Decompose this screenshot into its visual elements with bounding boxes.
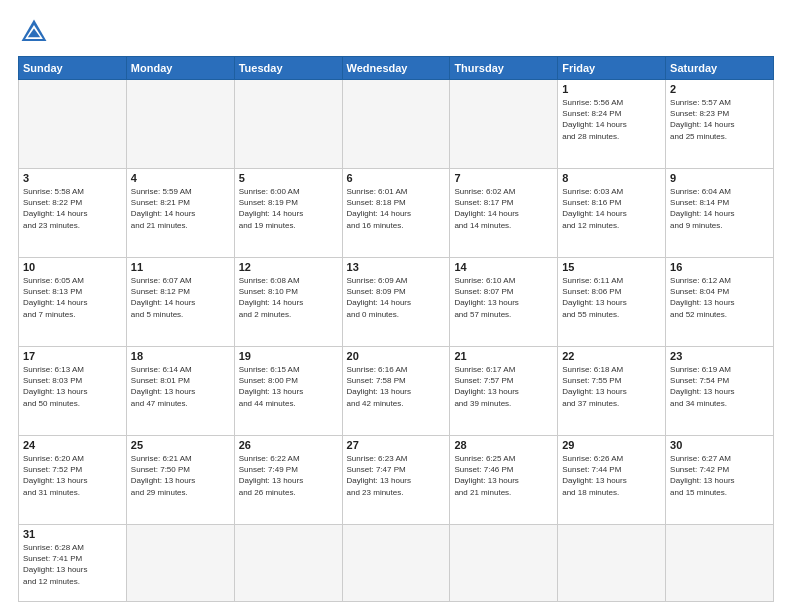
calendar-cell: 4Sunrise: 5:59 AM Sunset: 8:21 PM Daylig… xyxy=(126,169,234,258)
calendar-cell xyxy=(234,80,342,169)
calendar-week-0: 1Sunrise: 5:56 AM Sunset: 8:24 PM Daylig… xyxy=(19,80,774,169)
calendar-cell: 11Sunrise: 6:07 AM Sunset: 8:12 PM Dayli… xyxy=(126,258,234,347)
calendar-cell: 30Sunrise: 6:27 AM Sunset: 7:42 PM Dayli… xyxy=(666,436,774,525)
calendar-cell xyxy=(450,80,558,169)
day-number: 8 xyxy=(562,172,661,184)
day-number: 5 xyxy=(239,172,338,184)
day-info: Sunrise: 6:18 AM Sunset: 7:55 PM Dayligh… xyxy=(562,364,661,409)
calendar-cell: 12Sunrise: 6:08 AM Sunset: 8:10 PM Dayli… xyxy=(234,258,342,347)
day-info: Sunrise: 6:11 AM Sunset: 8:06 PM Dayligh… xyxy=(562,275,661,320)
day-info: Sunrise: 6:07 AM Sunset: 8:12 PM Dayligh… xyxy=(131,275,230,320)
day-info: Sunrise: 6:25 AM Sunset: 7:46 PM Dayligh… xyxy=(454,453,553,498)
day-number: 2 xyxy=(670,83,769,95)
calendar-cell: 13Sunrise: 6:09 AM Sunset: 8:09 PM Dayli… xyxy=(342,258,450,347)
day-info: Sunrise: 6:15 AM Sunset: 8:00 PM Dayligh… xyxy=(239,364,338,409)
logo-icon xyxy=(18,16,50,48)
calendar-cell: 16Sunrise: 6:12 AM Sunset: 8:04 PM Dayli… xyxy=(666,258,774,347)
day-number: 10 xyxy=(23,261,122,273)
day-header-friday: Friday xyxy=(558,57,666,80)
calendar-cell xyxy=(342,80,450,169)
calendar-week-5: 31Sunrise: 6:28 AM Sunset: 7:41 PM Dayli… xyxy=(19,525,774,602)
day-info: Sunrise: 6:12 AM Sunset: 8:04 PM Dayligh… xyxy=(670,275,769,320)
calendar-cell xyxy=(126,80,234,169)
calendar-cell: 6Sunrise: 6:01 AM Sunset: 8:18 PM Daylig… xyxy=(342,169,450,258)
day-number: 16 xyxy=(670,261,769,273)
day-info: Sunrise: 6:19 AM Sunset: 7:54 PM Dayligh… xyxy=(670,364,769,409)
day-number: 20 xyxy=(347,350,446,362)
calendar-week-2: 10Sunrise: 6:05 AM Sunset: 8:13 PM Dayli… xyxy=(19,258,774,347)
day-number: 18 xyxy=(131,350,230,362)
day-info: Sunrise: 5:56 AM Sunset: 8:24 PM Dayligh… xyxy=(562,97,661,142)
calendar-cell: 29Sunrise: 6:26 AM Sunset: 7:44 PM Dayli… xyxy=(558,436,666,525)
day-header-tuesday: Tuesday xyxy=(234,57,342,80)
day-number: 15 xyxy=(562,261,661,273)
day-info: Sunrise: 6:26 AM Sunset: 7:44 PM Dayligh… xyxy=(562,453,661,498)
day-number: 6 xyxy=(347,172,446,184)
day-info: Sunrise: 6:17 AM Sunset: 7:57 PM Dayligh… xyxy=(454,364,553,409)
day-info: Sunrise: 6:10 AM Sunset: 8:07 PM Dayligh… xyxy=(454,275,553,320)
day-number: 31 xyxy=(23,528,122,540)
day-header-monday: Monday xyxy=(126,57,234,80)
day-header-saturday: Saturday xyxy=(666,57,774,80)
day-info: Sunrise: 6:16 AM Sunset: 7:58 PM Dayligh… xyxy=(347,364,446,409)
day-number: 19 xyxy=(239,350,338,362)
day-info: Sunrise: 5:59 AM Sunset: 8:21 PM Dayligh… xyxy=(131,186,230,231)
page: SundayMondayTuesdayWednesdayThursdayFrid… xyxy=(0,0,792,612)
day-number: 24 xyxy=(23,439,122,451)
calendar-cell: 22Sunrise: 6:18 AM Sunset: 7:55 PM Dayli… xyxy=(558,347,666,436)
calendar-cell: 9Sunrise: 6:04 AM Sunset: 8:14 PM Daylig… xyxy=(666,169,774,258)
day-header-thursday: Thursday xyxy=(450,57,558,80)
logo xyxy=(18,16,54,48)
calendar-header-row: SundayMondayTuesdayWednesdayThursdayFrid… xyxy=(19,57,774,80)
calendar-cell: 18Sunrise: 6:14 AM Sunset: 8:01 PM Dayli… xyxy=(126,347,234,436)
calendar-cell xyxy=(558,525,666,602)
calendar-cell: 27Sunrise: 6:23 AM Sunset: 7:47 PM Dayli… xyxy=(342,436,450,525)
day-number: 25 xyxy=(131,439,230,451)
day-info: Sunrise: 6:13 AM Sunset: 8:03 PM Dayligh… xyxy=(23,364,122,409)
calendar-cell: 24Sunrise: 6:20 AM Sunset: 7:52 PM Dayli… xyxy=(19,436,127,525)
calendar-cell: 25Sunrise: 6:21 AM Sunset: 7:50 PM Dayli… xyxy=(126,436,234,525)
calendar-cell: 10Sunrise: 6:05 AM Sunset: 8:13 PM Dayli… xyxy=(19,258,127,347)
calendar-cell: 1Sunrise: 5:56 AM Sunset: 8:24 PM Daylig… xyxy=(558,80,666,169)
day-info: Sunrise: 6:03 AM Sunset: 8:16 PM Dayligh… xyxy=(562,186,661,231)
day-info: Sunrise: 6:27 AM Sunset: 7:42 PM Dayligh… xyxy=(670,453,769,498)
header xyxy=(18,16,774,48)
calendar-cell: 3Sunrise: 5:58 AM Sunset: 8:22 PM Daylig… xyxy=(19,169,127,258)
day-info: Sunrise: 6:22 AM Sunset: 7:49 PM Dayligh… xyxy=(239,453,338,498)
calendar-week-4: 24Sunrise: 6:20 AM Sunset: 7:52 PM Dayli… xyxy=(19,436,774,525)
day-number: 22 xyxy=(562,350,661,362)
day-header-wednesday: Wednesday xyxy=(342,57,450,80)
day-info: Sunrise: 6:00 AM Sunset: 8:19 PM Dayligh… xyxy=(239,186,338,231)
calendar-week-3: 17Sunrise: 6:13 AM Sunset: 8:03 PM Dayli… xyxy=(19,347,774,436)
day-number: 30 xyxy=(670,439,769,451)
day-info: Sunrise: 5:57 AM Sunset: 8:23 PM Dayligh… xyxy=(670,97,769,142)
day-number: 26 xyxy=(239,439,338,451)
calendar-cell: 14Sunrise: 6:10 AM Sunset: 8:07 PM Dayli… xyxy=(450,258,558,347)
day-number: 14 xyxy=(454,261,553,273)
calendar-week-1: 3Sunrise: 5:58 AM Sunset: 8:22 PM Daylig… xyxy=(19,169,774,258)
calendar-cell xyxy=(666,525,774,602)
day-info: Sunrise: 6:05 AM Sunset: 8:13 PM Dayligh… xyxy=(23,275,122,320)
day-number: 23 xyxy=(670,350,769,362)
calendar-cell: 20Sunrise: 6:16 AM Sunset: 7:58 PM Dayli… xyxy=(342,347,450,436)
day-info: Sunrise: 6:04 AM Sunset: 8:14 PM Dayligh… xyxy=(670,186,769,231)
calendar-cell: 7Sunrise: 6:02 AM Sunset: 8:17 PM Daylig… xyxy=(450,169,558,258)
calendar-cell: 17Sunrise: 6:13 AM Sunset: 8:03 PM Dayli… xyxy=(19,347,127,436)
calendar-cell xyxy=(450,525,558,602)
day-number: 13 xyxy=(347,261,446,273)
day-info: Sunrise: 5:58 AM Sunset: 8:22 PM Dayligh… xyxy=(23,186,122,231)
day-number: 29 xyxy=(562,439,661,451)
day-number: 3 xyxy=(23,172,122,184)
calendar-cell xyxy=(126,525,234,602)
day-info: Sunrise: 6:14 AM Sunset: 8:01 PM Dayligh… xyxy=(131,364,230,409)
day-number: 27 xyxy=(347,439,446,451)
calendar-cell: 5Sunrise: 6:00 AM Sunset: 8:19 PM Daylig… xyxy=(234,169,342,258)
day-number: 12 xyxy=(239,261,338,273)
day-info: Sunrise: 6:21 AM Sunset: 7:50 PM Dayligh… xyxy=(131,453,230,498)
day-info: Sunrise: 6:01 AM Sunset: 8:18 PM Dayligh… xyxy=(347,186,446,231)
day-info: Sunrise: 6:23 AM Sunset: 7:47 PM Dayligh… xyxy=(347,453,446,498)
day-info: Sunrise: 6:28 AM Sunset: 7:41 PM Dayligh… xyxy=(23,542,122,587)
day-number: 17 xyxy=(23,350,122,362)
day-number: 7 xyxy=(454,172,553,184)
calendar-cell: 28Sunrise: 6:25 AM Sunset: 7:46 PM Dayli… xyxy=(450,436,558,525)
